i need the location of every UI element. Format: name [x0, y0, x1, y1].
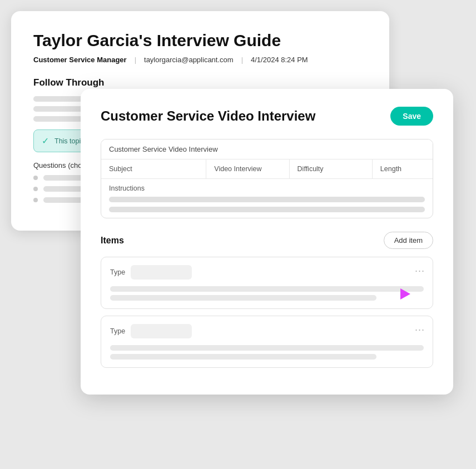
- guide-title: Taylor Garcia's Interview Guide: [33, 31, 367, 50]
- length-label: Length: [380, 165, 401, 173]
- form-fields-row: Subject Video Interview Difficulty Lengt…: [101, 159, 433, 179]
- length-field[interactable]: Length: [373, 159, 433, 178]
- front-card-header: Customer Service Video Interview Save: [101, 107, 433, 126]
- item-body-line-1a: [110, 286, 424, 292]
- instructions-label: Instructions: [109, 184, 425, 192]
- item-type-pill-2[interactable]: [131, 324, 192, 338]
- items-header: Items Add item: [101, 232, 433, 249]
- save-button[interactable]: Save: [390, 107, 433, 126]
- meta-row: Customer Service Manager | taylorgarcia@…: [33, 56, 367, 64]
- question-dot-1: [33, 176, 38, 180]
- item-type-pill-1[interactable]: [131, 265, 192, 280]
- meta-sep-2: |: [241, 56, 243, 64]
- item-menu-dots-2[interactable]: ···: [415, 324, 425, 336]
- item-body-line-2b: [110, 354, 376, 360]
- add-item-button[interactable]: Add item: [384, 232, 433, 249]
- front-card-title: Customer Service Video Interview: [101, 108, 315, 124]
- item-body-line-2a: [110, 345, 424, 351]
- video-interview-card: Customer Service Video Interview Save Cu…: [81, 89, 453, 395]
- items-title: Items: [101, 236, 124, 246]
- video-interview-field[interactable]: Video Interview: [206, 159, 289, 178]
- meta-sep-1: |: [135, 56, 136, 64]
- item-type-label-1: Type: [110, 268, 125, 276]
- item-card-1: Type ···: [101, 257, 433, 309]
- form-card-header: Customer Service Video Interview: [101, 139, 433, 159]
- question-dot-3: [33, 198, 38, 202]
- item-type-label-2: Type: [110, 327, 125, 335]
- check-circle-icon: ✓: [42, 136, 49, 146]
- item-card-2-header: Type: [110, 324, 424, 338]
- subject-label: Subject: [109, 165, 132, 173]
- play-arrow-icon[interactable]: [400, 288, 410, 300]
- item-body-line-1b: [110, 295, 376, 301]
- difficulty-field[interactable]: Difficulty: [290, 159, 373, 178]
- item-card-2: Type ···: [101, 316, 433, 368]
- instructions-skeleton-2: [109, 207, 425, 212]
- item-menu-dots-1[interactable]: ···: [415, 265, 425, 277]
- meta-role: Customer Service Manager: [33, 56, 127, 64]
- meta-date: 4/1/2024 8:24 PM: [251, 56, 308, 64]
- difficulty-label: Difficulty: [298, 165, 324, 173]
- question-dot-2: [33, 187, 38, 191]
- instructions-skeleton-1: [109, 197, 425, 202]
- video-label: Video Interview: [214, 165, 261, 173]
- meta-email: taylorgarcia@applicant.com: [144, 56, 234, 64]
- instructions-section: Instructions: [101, 179, 433, 218]
- item-card-1-header: Type: [110, 265, 424, 280]
- section-heading: Follow Through: [33, 77, 367, 88]
- form-card: Customer Service Video Interview Subject…: [101, 139, 433, 218]
- subject-field[interactable]: Subject: [101, 159, 206, 178]
